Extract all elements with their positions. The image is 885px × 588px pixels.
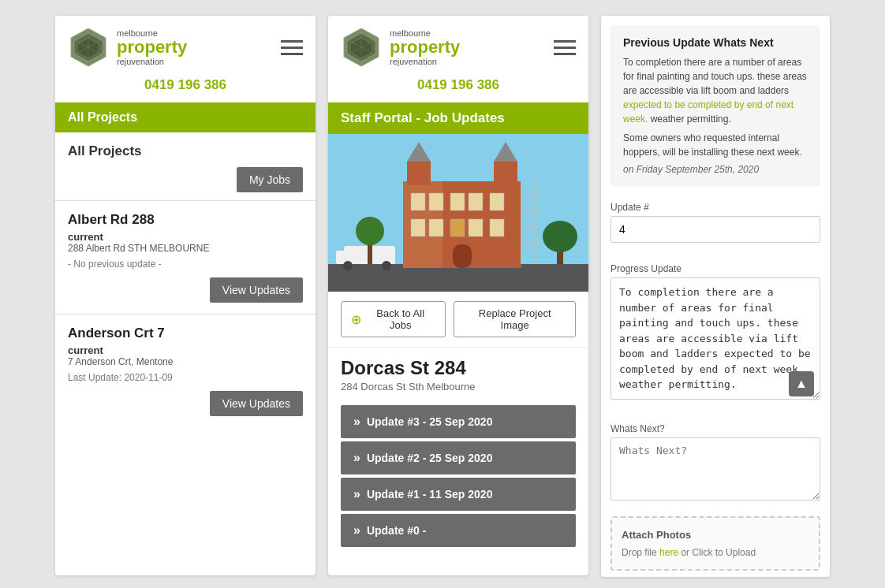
update-label: Update #3 - 25 Sep 2020 [367, 415, 493, 428]
whats-next-label: Whats Next? [611, 423, 820, 434]
drop-text: Drop file here or Click to Upload [622, 547, 809, 558]
svg-rect-19 [469, 193, 483, 210]
mid-phone-number: 0419 196 386 [328, 74, 588, 102]
svg-point-44 [356, 217, 384, 245]
hamburger-line1 [281, 40, 303, 43]
hamburger-menu-icon[interactable] [281, 40, 303, 55]
svg-rect-26 [453, 244, 472, 268]
svg-rect-13 [328, 264, 588, 292]
all-projects-title: All Projects [55, 132, 316, 164]
svg-point-39 [343, 261, 353, 270]
updates-list: » Update #3 - 25 Sep 2020 » Update #2 - … [328, 405, 588, 547]
replace-project-image-button[interactable]: Replace Project Image [454, 301, 576, 337]
svg-rect-29 [494, 162, 517, 185]
project-card: Anderson Crt 7 current 7 Anderson Crt, M… [55, 314, 316, 427]
svg-rect-24 [469, 219, 483, 236]
update-number-section: Update # [601, 195, 830, 257]
chevron-icon: » [353, 451, 360, 465]
progress-update-container: To completion there are a number of area… [611, 277, 820, 403]
chevron-icon: » [353, 487, 360, 501]
section-header: All Projects [55, 102, 316, 132]
whats-next-textarea[interactable] [611, 437, 820, 501]
mid-hamburger-line3 [554, 53, 576, 55]
project-name: Anderson Crt 7 [68, 326, 303, 341]
update-label: Update #0 - [367, 524, 426, 537]
mid-logo-text: melbourne property rejuvenation [390, 28, 460, 66]
svg-rect-16 [411, 193, 425, 210]
update-item[interactable]: » Update #2 - 25 Sep 2020 [341, 441, 576, 474]
mid-hamburger-line1 [554, 40, 576, 43]
my-jobs-button[interactable]: My Jobs [237, 167, 303, 192]
prev-update-title: Previous Update Whats Next [623, 36, 808, 49]
svg-rect-21 [411, 219, 425, 236]
project-address: 7 Anderson Crt, Mentone [68, 356, 303, 367]
project-update-info: Last Update: 2020-11-09 [68, 372, 303, 383]
view-updates-button[interactable]: View Updates [210, 277, 303, 303]
prev-update-body: To completion there are a number of area… [623, 55, 808, 126]
hamburger-line2 [281, 47, 303, 49]
building-illustration [328, 134, 588, 292]
update-number-label: Update # [611, 202, 820, 213]
project-name: Albert Rd 288 [68, 212, 303, 228]
svg-point-42 [543, 221, 577, 252]
previous-update-box: Previous Update Whats Next To completion… [611, 25, 820, 186]
send-button[interactable]: ▲ [789, 371, 814, 396]
hamburger-line3 [281, 53, 303, 55]
mid-logo-line2: property [390, 38, 460, 57]
attach-photos-title: Attach Photos [622, 529, 809, 541]
project-address: 288 Albert Rd STH MELBOURNE [68, 243, 303, 254]
svg-rect-18 [450, 193, 465, 210]
svg-rect-22 [429, 219, 443, 236]
prev-update-date: on Friday September 25th, 2020 [623, 164, 808, 175]
project-image [328, 134, 588, 292]
project-status: current [68, 344, 303, 356]
svg-rect-25 [490, 219, 504, 236]
update-label: Update #1 - 11 Sep 2020 [367, 488, 493, 501]
whats-next-section: Whats Next? [601, 417, 830, 510]
left-header: melbourne property rejuvenation [55, 16, 316, 74]
action-buttons: ⊕ Back to All Jobs Replace Project Image [328, 292, 588, 348]
staff-portal-header: Staff Portal - Job Updates [328, 102, 588, 134]
logo-text: melbourne property rejuvenation [117, 28, 187, 66]
project-title: Dorcas St 284 [328, 348, 588, 381]
update-item[interactable]: » Update #1 - 11 Sep 2020 [341, 478, 576, 511]
mid-hamburger-menu-icon[interactable] [554, 40, 576, 55]
svg-rect-27 [407, 162, 431, 185]
svg-rect-17 [429, 193, 443, 210]
project-address: 284 Dorcas St Sth Melbourne [328, 381, 588, 402]
here-link[interactable]: here [659, 547, 678, 558]
progress-update-label: Progress Update [611, 263, 820, 274]
circle-arrow-icon: ⊕ [351, 312, 361, 327]
project-card: Albert Rd 288 current 288 Albert Rd STH … [55, 200, 316, 314]
back-btn-label: Back to All Jobs [365, 307, 435, 331]
attach-photos-section[interactable]: Attach Photos Drop file here or Click to… [611, 516, 820, 571]
prev-update-body2: Some owners who requested internal hoppe… [623, 131, 808, 159]
logo-area: melbourne property rejuvenation [68, 27, 187, 68]
mid-logo-line3: rejuvenation [390, 57, 460, 66]
progress-update-section: Progress Update To completion there are … [601, 257, 830, 417]
project-status: current [68, 231, 303, 243]
mid-logo-area: melbourne property rejuvenation [341, 27, 460, 68]
logo-line2: property [117, 38, 187, 57]
mid-header-logo: melbourne property rejuvenation [328, 16, 588, 74]
logo-hex-icon [68, 27, 109, 68]
right-panel: Previous Update Whats Next To completion… [601, 16, 830, 577]
back-to-all-jobs-button[interactable]: ⊕ Back to All Jobs [341, 301, 446, 337]
mid-logo-hex-icon [341, 27, 382, 68]
middle-panel: melbourne property rejuvenation 0419 196… [328, 16, 588, 575]
phone-number: 0419 196 386 [55, 74, 316, 102]
highlight-text: expected to be completed by end of next … [623, 99, 794, 125]
update-item[interactable]: » Update #3 - 25 Sep 2020 [341, 405, 576, 438]
update-number-input[interactable] [611, 216, 820, 243]
update-label: Update #2 - 25 Sep 2020 [367, 452, 493, 464]
svg-rect-20 [490, 193, 504, 210]
update-item[interactable]: » Update #0 - [341, 514, 576, 547]
left-panel: melbourne property rejuvenation 0419 196… [55, 16, 316, 575]
drop-text-rest: Click to Upload [692, 547, 756, 558]
chevron-icon: » [353, 415, 360, 429]
svg-rect-23 [450, 219, 465, 236]
my-jobs-row: My Jobs [55, 164, 316, 200]
svg-point-40 [382, 261, 391, 270]
mid-hamburger-line2 [554, 47, 576, 49]
view-updates-button[interactable]: View Updates [210, 391, 303, 416]
